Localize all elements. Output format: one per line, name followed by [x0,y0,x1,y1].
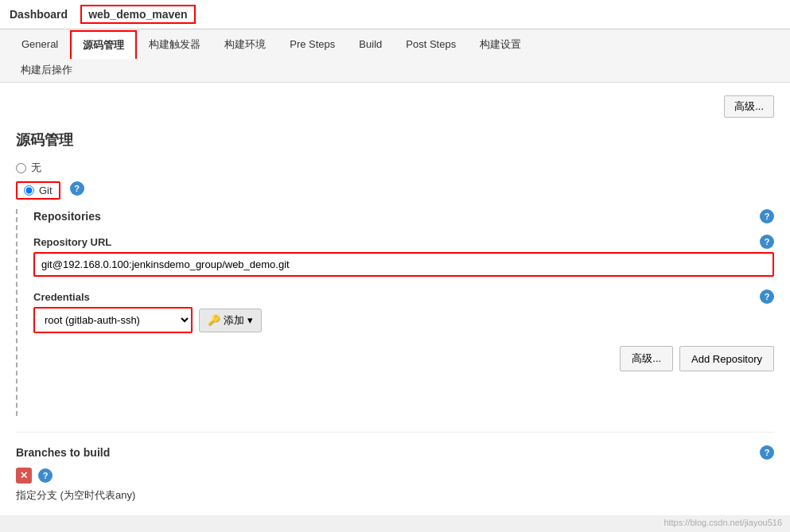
add-credential-label: 添加 [224,313,244,328]
tab-row-2: 构建后操作 [10,58,780,82]
tab-bar: General 源码管理 构建触发器 构建环境 Pre Steps Build … [0,29,790,83]
branches-help-icon[interactable]: ? [760,445,774,460]
advanced-button-top[interactable]: 高级... [724,95,774,118]
add-repository-button[interactable]: Add Repository [679,346,774,371]
dashed-divider [16,209,18,416]
bottom-buttons: 高级... Add Repository [33,346,774,371]
tab-build[interactable]: Build [347,31,394,56]
repo-url-field: Repository URL ? [33,235,774,277]
add-credential-button[interactable]: 🔑 添加 ▾ [199,309,262,332]
main-content: 高级... 源码管理 无 Git ? Repositories ? [0,83,790,515]
advanced-row-top: 高级... [16,95,774,118]
tab-env[interactable]: 构建环境 [212,30,278,58]
project-title[interactable]: web_demo_maven [80,5,196,24]
tab-postbuild[interactable]: 构建后操作 [10,58,84,82]
repositories-help-icon[interactable]: ? [760,209,774,223]
repo-url-label-row: Repository URL ? [33,235,774,249]
tab-row-1: General 源码管理 构建触发器 构建环境 Pre Steps Build … [10,29,780,58]
radio-group: 无 Git ? [16,161,774,200]
branches-bottom-row: ✕ ? [16,468,774,483]
top-bar: Dashboard web_demo_maven [0,0,790,29]
tab-trigger[interactable]: 构建触发器 [137,30,212,58]
credentials-select[interactable]: root (gitlab-auth-ssh) - 无 - [33,307,193,333]
repo-url-label: Repository URL [33,236,111,248]
advanced-button-bottom[interactable]: 高级... [620,346,673,371]
repositories-header: Repositories ? [33,209,774,223]
repo-url-input[interactable] [33,252,774,277]
dashboard-link[interactable]: Dashboard [10,8,68,21]
radio-git-input[interactable] [24,185,34,196]
tab-poststeps[interactable]: Post Steps [394,31,468,56]
radio-none-input[interactable] [16,163,26,173]
branches-header: Branches to build ? [16,445,774,460]
repo-url-help-icon[interactable]: ? [760,235,774,249]
repos-outer: Repositories ? Repository URL ? Credenti… [16,209,774,416]
radio-none[interactable]: 无 [16,161,774,175]
tab-general[interactable]: General [10,31,70,56]
branches-section: Branches to build ? ✕ ? 指定分支 (为空时代表any) [16,432,774,503]
tab-source[interactable]: 源码管理 [70,30,137,59]
branches-title: Branches to build [16,446,110,459]
credentials-field: Credentials ? root (gitlab-auth-ssh) - 无… [33,289,774,333]
git-help-icon[interactable]: ? [70,181,84,196]
radio-git-row[interactable]: Git [16,181,60,200]
radio-git-label: Git [39,184,53,196]
branches-field-help-icon[interactable]: ? [38,468,53,483]
credentials-row: root (gitlab-auth-ssh) - 无 - 🔑 添加 ▾ [33,307,774,333]
credentials-label-row: Credentials ? [33,289,774,304]
specify-branch-label: 指定分支 (为空时代表any) [16,488,774,503]
credentials-help-icon[interactable]: ? [760,289,774,304]
remove-branch-button[interactable]: ✕ [16,468,32,483]
repositories-title: Repositories [33,210,101,223]
radio-none-label: 无 [31,161,41,175]
git-form-content: Repositories ? Repository URL ? Credenti… [33,209,774,416]
add-credential-chevron: ▾ [247,314,253,326]
section-title: 源码管理 [16,130,774,150]
tab-settings[interactable]: 构建设置 [468,30,533,58]
add-credential-icon: 🔑 [208,314,220,326]
tab-presteps[interactable]: Pre Steps [278,31,347,56]
credentials-label: Credentials [33,291,90,303]
